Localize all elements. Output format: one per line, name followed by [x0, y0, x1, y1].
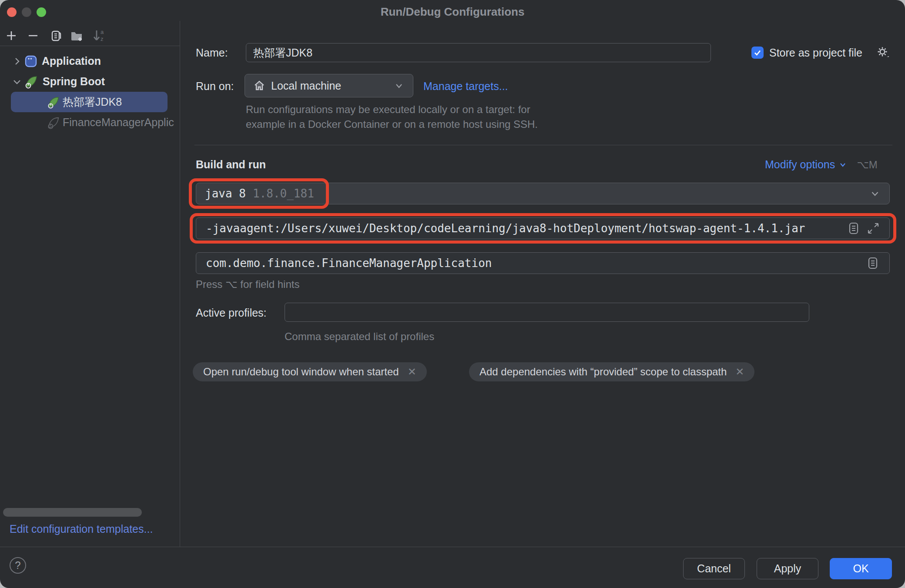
tree-item-label: FinanceManagerApplic — [63, 116, 174, 129]
toolbar-divider — [0, 46, 180, 46]
sidebar-item-finance-manager-application[interactable]: FinanceManagerApplic — [0, 112, 180, 133]
add-configuration-button[interactable] — [4, 29, 18, 43]
chevron-down-icon — [394, 80, 404, 91]
main-class-value: com.demo.finance.FinanceManagerApplicati… — [206, 257, 492, 270]
name-label: Name: — [196, 47, 228, 59]
dialog-title: Run/Debug Configurations — [0, 5, 905, 19]
tree-item-label: 热部署JDK8 — [63, 95, 122, 109]
help-button[interactable]: ? — [10, 557, 26, 574]
chevron-down-icon[interactable] — [10, 77, 24, 87]
sidebar-item-spring-boot[interactable]: Spring Boot — [0, 71, 180, 92]
spring-boot-icon — [24, 75, 38, 89]
active-profiles-label: Active profiles: — [196, 307, 267, 319]
titlebar: Run/Debug Configurations — [0, 0, 905, 21]
footer-divider — [0, 547, 905, 547]
modify-options-shortcut: ⌥M — [857, 159, 878, 171]
list-icon[interactable] — [847, 221, 861, 235]
gear-icon[interactable] — [875, 44, 891, 61]
build-and-run-header: Build and run — [196, 158, 266, 171]
spring-boot-icon — [47, 116, 60, 129]
name-input[interactable] — [246, 43, 711, 62]
main-class-input[interactable]: com.demo.finance.FinanceManagerApplicati… — [196, 252, 890, 274]
store-as-project-file-label[interactable]: Store as project file — [769, 47, 862, 59]
plus-icon — [5, 30, 17, 42]
spring-boot-icon — [47, 96, 60, 109]
field-hints-text: Press ⌥ for field hints — [196, 278, 299, 291]
modify-options-link[interactable]: Modify options ⌥M — [765, 158, 878, 171]
store-as-project-file-checkbox[interactable] — [751, 47, 764, 59]
new-folder-button[interactable] — [70, 29, 84, 43]
copy-icon — [49, 29, 62, 42]
jre-name: java 8 — [205, 187, 246, 200]
svg-text:z: z — [101, 36, 104, 42]
edit-configuration-templates-link[interactable]: Edit configuration templates... — [10, 523, 153, 535]
run-on-value: Local machine — [271, 80, 341, 92]
chip-open-run-debug-tool-window[interactable]: Open run/debug tool window when started … — [193, 362, 427, 381]
chip-label: Open run/debug tool window when started — [203, 366, 399, 378]
run-on-help-line2: example in a Docker Container or on a re… — [246, 118, 538, 130]
close-icon[interactable]: ✕ — [408, 366, 416, 378]
question-mark-icon: ? — [15, 559, 20, 571]
vm-options-value: -javaagent:/Users/xuwei/Desktop/codeLear… — [206, 222, 805, 235]
sidebar-item-hot-deploy-jdk8[interactable]: 热部署JDK8 — [0, 92, 180, 112]
sort-configurations-button: a z — [92, 29, 106, 43]
sidebar-divider — [180, 21, 180, 547]
chevron-down-icon — [838, 160, 847, 169]
svg-text:a: a — [101, 29, 104, 35]
remove-configuration-button[interactable] — [26, 29, 40, 43]
modify-options-label: Modify options — [765, 158, 835, 171]
active-profiles-hint: Comma separated list of profiles — [285, 331, 434, 343]
jre-version: 1.8.0_181 — [253, 187, 314, 200]
chip-add-provided-dependencies[interactable]: Add dependencies with “provided” scope t… — [469, 362, 754, 381]
apply-button[interactable]: Apply — [757, 558, 818, 579]
application-icon — [24, 55, 37, 68]
chevron-right-icon[interactable] — [10, 57, 24, 66]
copy-configuration-button[interactable] — [49, 29, 63, 43]
checkmark-icon — [753, 48, 762, 57]
run-on-help-line1: Run configurations may be executed local… — [246, 104, 530, 116]
horizontal-scrollbar[interactable] — [3, 508, 142, 517]
section-divider — [194, 145, 892, 145]
expand-icon[interactable] — [867, 222, 880, 235]
sidebar-item-application[interactable]: Application — [0, 51, 180, 71]
chip-label: Add dependencies with “provided” scope t… — [479, 366, 727, 378]
cancel-button[interactable]: Cancel — [683, 558, 745, 579]
run-on-label: Run on: — [196, 80, 234, 93]
run-on-select[interactable]: Local machine — [245, 74, 413, 97]
jre-select[interactable]: java 8 1.8.0_181 — [196, 183, 890, 204]
active-profiles-input[interactable] — [285, 303, 809, 322]
minus-icon — [27, 30, 39, 42]
close-icon[interactable]: ✕ — [735, 366, 744, 378]
tree-item-label: Spring Boot — [43, 75, 105, 88]
ok-button[interactable]: OK — [830, 558, 892, 579]
manage-targets-link[interactable]: Manage targets... — [423, 80, 508, 93]
home-icon — [254, 80, 265, 91]
list-icon[interactable] — [866, 256, 880, 270]
new-folder-icon — [70, 29, 84, 43]
vm-options-input[interactable]: -javaagent:/Users/xuwei/Desktop/codeLear… — [196, 217, 890, 239]
chevron-down-icon — [869, 188, 881, 199]
run-debug-configurations-dialog: Run/Debug Configurations a z — [0, 0, 905, 588]
sort-az-icon: a z — [92, 29, 106, 43]
tree-item-label: Application — [42, 55, 101, 67]
